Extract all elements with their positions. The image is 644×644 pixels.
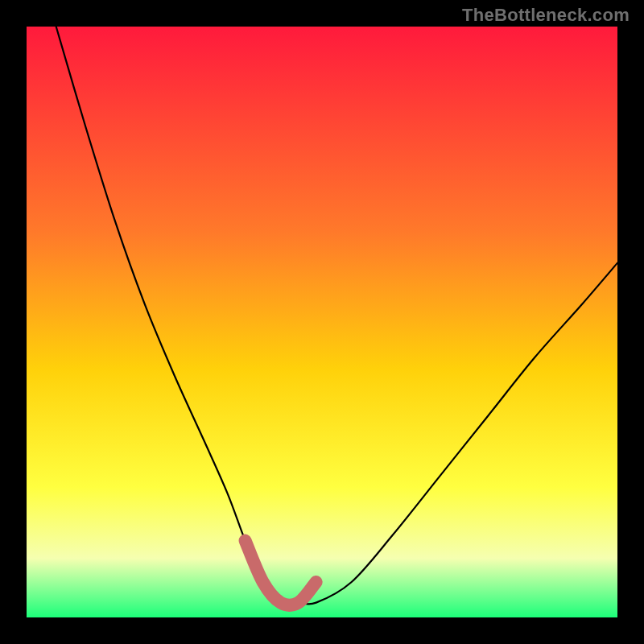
gradient-panel bbox=[27, 27, 617, 617]
bottleneck-chart bbox=[0, 0, 644, 644]
watermark-text: TheBottleneck.com bbox=[462, 5, 630, 26]
chart-stage: TheBottleneck.com bbox=[0, 0, 644, 644]
